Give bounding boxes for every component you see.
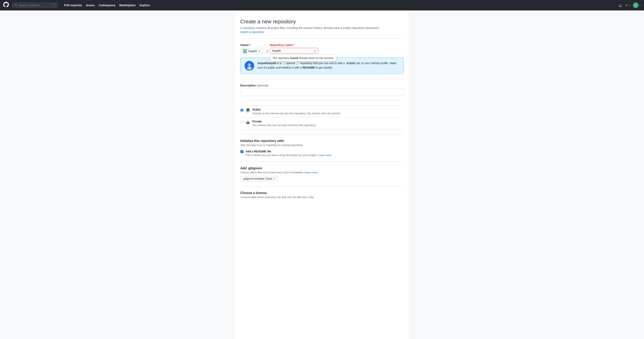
readme-checkbox[interactable] — [240, 150, 244, 153]
search-shortcut: / — [52, 3, 56, 7]
nav-links: Pull requests Issues Codespaces Marketpl… — [62, 3, 152, 8]
special-notice-text: luoye6/luoye6 is a ✨ special ✨ repositor… — [258, 61, 400, 70]
gitignore-section: Add .gitignore Choose which files not to… — [240, 166, 404, 181]
private-text: Private You choose who can see and commi… — [252, 120, 316, 127]
owner-avatar — [243, 49, 247, 53]
main-content: Create a new repository A repository con… — [236, 10, 408, 339]
repo-name-input-wrapper: ⚠ The repository luoye6 already exists o… — [270, 48, 318, 53]
search-bar[interactable]: / — [12, 2, 58, 8]
initialize-section: Initialize this repository with: Skip th… — [240, 139, 404, 157]
description-section: Description (optional) — [240, 84, 404, 95]
gitignore-subtitle: Choose which files not to track from a l… — [240, 171, 404, 174]
public-option[interactable]: Public Anyone on the internet can see th… — [240, 105, 404, 117]
avatar: L — [633, 2, 638, 8]
plus-icon: + — [625, 3, 628, 7]
owner-dropdown-arrow: ▾ — [259, 50, 260, 52]
page-subtitle: A repository contains all project files,… — [240, 26, 404, 29]
nav-explore[interactable]: Explore — [138, 3, 152, 8]
svg-point-4 — [250, 64, 250, 65]
header-divider — [240, 38, 404, 39]
owner-field: Owner * luoye6 ▾ — [240, 43, 264, 54]
navbar: / Pull requests Issues Codespaces Market… — [0, 0, 644, 10]
owner-required: * — [250, 43, 251, 47]
private-radio[interactable] — [240, 120, 244, 124]
add-dropdown-arrow: ▾ — [628, 4, 630, 7]
owner-value: luoye6 — [248, 49, 257, 53]
nav-pull-requests[interactable]: Pull requests — [62, 3, 84, 8]
initialize-subtitle: Skip this step if you're importing an ex… — [240, 144, 404, 147]
owner-select[interactable]: luoye6 ▾ — [240, 48, 264, 54]
public-radio[interactable] — [240, 109, 244, 112]
license-title: Choose a license — [240, 191, 404, 195]
repo-icon — [246, 108, 250, 113]
import-link[interactable]: Import a repository. — [240, 30, 264, 33]
visibility-section: Public Anyone on the internet can see th… — [240, 105, 404, 129]
gitignore-learn-more[interactable]: Learn more. — [304, 171, 318, 174]
gitignore-divider — [240, 186, 404, 186]
initialize-title: Initialize this repository with: — [240, 139, 404, 143]
gitignore-title: Add .gitignore — [240, 166, 404, 170]
gitignore-template-select[interactable]: .gitignore template: None ▾ — [240, 176, 278, 181]
notifications-button[interactable] — [618, 3, 622, 7]
nav-codespaces[interactable]: Codespaces — [97, 3, 117, 8]
special-notice-avatar — [244, 61, 254, 71]
readme-divider — [240, 161, 404, 162]
gitignore-template-label: .gitignore template: None — [243, 177, 272, 180]
nav-issues[interactable]: Issues — [84, 3, 96, 8]
svg-point-2 — [247, 66, 252, 70]
avatar-dropdown-arrow: ▾ — [640, 4, 641, 7]
description-input[interactable] — [240, 88, 404, 95]
license-section: Choose a license A license tells others … — [240, 191, 404, 199]
description-label: Description (optional) — [240, 84, 404, 87]
github-logo[interactable] — [3, 2, 9, 9]
readme-row: Add a README file This is where you can … — [240, 150, 404, 157]
repo-name-field: Repository name * ⚠ The repository luoye… — [270, 43, 318, 53]
warning-icon: ⚠ — [313, 49, 316, 53]
nav-right: + ▾ L ▾ — [618, 2, 641, 8]
repo-name-input[interactable] — [270, 48, 318, 53]
repo-exists-tooltip: The repository luoye6 already exists on … — [270, 55, 337, 61]
readme-learn-more[interactable]: Learn more. — [318, 154, 332, 157]
visibility-divider — [240, 134, 404, 134]
repo-name-required: * — [294, 43, 294, 47]
repo-name-label: Repository name * — [270, 43, 318, 47]
search-input[interactable] — [19, 4, 51, 7]
private-option[interactable]: Private You choose who can see and commi… — [240, 117, 404, 129]
user-menu[interactable]: L ▾ — [633, 2, 641, 8]
svg-point-3 — [248, 64, 249, 65]
public-text: Public Anyone on the internet can see th… — [252, 108, 341, 115]
license-subtitle: A license tells others what they can and… — [240, 196, 404, 199]
add-menu-button[interactable]: + ▾ — [625, 3, 630, 7]
nav-marketplace[interactable]: Marketplace — [118, 3, 137, 8]
slash-separator: / — [266, 49, 268, 54]
owner-label: Owner * — [240, 43, 264, 47]
page-title: Create a new repository — [240, 18, 404, 25]
readme-label: Add a README file This is where you can … — [246, 150, 332, 157]
gitignore-dropdown-arrow: ▾ — [274, 177, 275, 180]
lock-icon — [246, 120, 250, 125]
